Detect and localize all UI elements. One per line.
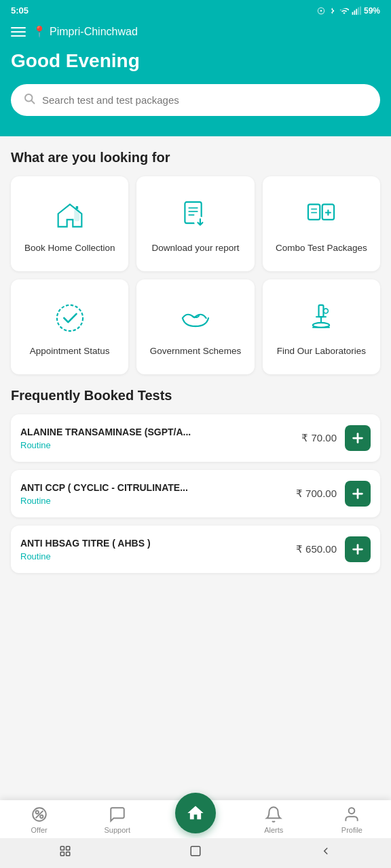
test-right-1: ₹ 700.00 xyxy=(296,481,371,507)
svg-rect-20 xyxy=(319,305,324,317)
sys-nav-home[interactable] xyxy=(182,841,209,861)
search-input[interactable] xyxy=(42,94,368,106)
action-label-download: Download your report xyxy=(151,242,239,254)
nav-item-offer[interactable]: Offer xyxy=(0,806,78,834)
action-combo-test[interactable]: Combo Test Packages xyxy=(263,176,380,271)
test-price-0: ₹ 70.00 xyxy=(301,432,337,444)
nav-item-alerts[interactable]: Alerts xyxy=(235,806,313,834)
action-label-combo: Combo Test Packages xyxy=(276,242,367,254)
time: 5:05 xyxy=(11,5,29,16)
test-info-2: ANTI HBSAG TITRE ( AHBS ) Routine xyxy=(20,538,296,561)
hamburger-menu[interactable] xyxy=(11,27,26,37)
freq-tests-title: Frequently Booked Tests xyxy=(11,388,380,403)
test-right-2: ₹ 650.00 xyxy=(296,536,371,562)
test-price-2: ₹ 650.00 xyxy=(296,543,337,555)
svg-point-29 xyxy=(35,811,38,814)
home-icon-circle xyxy=(175,793,216,833)
header-top: 📍 Pimpri-Chinchwad xyxy=(11,25,380,38)
sys-nav-recents[interactable] xyxy=(52,841,79,861)
test-price-1: ₹ 700.00 xyxy=(296,488,337,500)
test-right-0: ₹ 70.00 xyxy=(301,425,371,451)
test-card-2: ANTI HBSAG TITRE ( AHBS ) Routine ₹ 650.… xyxy=(11,526,380,573)
svg-rect-4 xyxy=(358,7,359,14)
nav-label-profile: Profile xyxy=(341,826,362,834)
search-icon xyxy=(23,92,35,108)
svg-line-7 xyxy=(31,100,34,103)
action-download-report[interactable]: Download your report xyxy=(136,176,254,271)
nav-label-alerts: Alerts xyxy=(264,826,283,834)
appointment-icon xyxy=(51,299,89,337)
nav-label-support: Support xyxy=(105,826,131,834)
svg-point-0 xyxy=(320,9,322,11)
add-test-button-0[interactable] xyxy=(345,425,371,451)
combo-test-icon xyxy=(302,196,340,234)
test-card-1: ANTI CCP ( CYCLIC - CITRULINATE... Routi… xyxy=(11,470,380,517)
test-info-0: ALANINE TRANSAMINASE (SGPT/A... Routine xyxy=(20,427,301,450)
svg-rect-5 xyxy=(360,6,361,14)
svg-rect-36 xyxy=(67,846,70,850)
svg-rect-34 xyxy=(60,846,64,850)
status-icons: 59% xyxy=(316,6,380,16)
svg-rect-3 xyxy=(356,9,357,15)
sys-nav-back[interactable] xyxy=(312,841,339,861)
svg-rect-8 xyxy=(75,210,79,221)
status-bar: 5:05 59% xyxy=(0,0,391,18)
svg-point-30 xyxy=(40,815,43,818)
action-label-govt: Government Schemes xyxy=(150,345,241,357)
test-card-0: ALANINE TRANSAMINASE (SGPT/A... Routine … xyxy=(11,414,380,462)
test-name-1: ANTI CCP ( CYCLIC - CITRULINATE... xyxy=(20,482,296,493)
svg-rect-35 xyxy=(60,852,64,856)
svg-rect-1 xyxy=(352,12,354,14)
svg-line-32 xyxy=(35,811,43,818)
add-test-button-2[interactable] xyxy=(345,536,371,562)
test-type-0: Routine xyxy=(20,440,301,450)
search-bar[interactable] xyxy=(11,84,380,116)
svg-point-19 xyxy=(57,305,83,331)
frequent-tests-section: Frequently Booked Tests ALANINE TRANSAMI… xyxy=(11,388,380,573)
location-icon: 📍 xyxy=(33,25,46,38)
action-book-home[interactable]: Book Home Collection xyxy=(11,176,128,271)
header: 📍 Pimpri-Chinchwad Good Evening xyxy=(0,18,391,136)
home-test-icon xyxy=(51,196,89,234)
test-type-1: Routine xyxy=(20,496,296,506)
main-content: What are you looking for Book Home Colle… xyxy=(0,136,391,649)
test-name-0: ALANINE TRANSAMINASE (SGPT/A... xyxy=(20,427,301,437)
add-test-button-1[interactable] xyxy=(345,481,371,507)
action-appointment[interactable]: Appointment Status xyxy=(11,279,128,374)
location-selector[interactable]: 📍 Pimpri-Chinchwad xyxy=(33,25,138,38)
action-govt-schemes[interactable]: Government Schemes xyxy=(136,279,254,374)
svg-rect-2 xyxy=(354,10,355,14)
svg-point-21 xyxy=(313,323,329,328)
download-report-icon xyxy=(176,196,215,234)
nav-item-profile[interactable]: Profile xyxy=(313,806,391,834)
greeting: Good Evening xyxy=(11,50,380,72)
svg-rect-15 xyxy=(308,205,320,220)
action-find-lab[interactable]: Find Our Laboratories xyxy=(263,279,380,374)
test-name-2: ANTI HBSAG TITRE ( AHBS ) xyxy=(20,538,296,549)
handshake-icon xyxy=(176,299,215,337)
quick-actions-section: What are you looking for Book Home Colle… xyxy=(11,150,380,374)
microscope-icon xyxy=(302,299,340,337)
nav-item-support[interactable]: Support xyxy=(78,806,156,834)
test-type-2: Routine xyxy=(20,551,296,561)
actions-grid: Book Home Collection Download your repo xyxy=(11,176,380,374)
test-info-1: ANTI CCP ( CYCLIC - CITRULINATE... Routi… xyxy=(20,482,296,506)
svg-point-33 xyxy=(349,808,355,814)
battery-level: 59% xyxy=(364,6,380,16)
nav-label-offer: Offer xyxy=(31,826,47,834)
quick-actions-title: What are you looking for xyxy=(11,150,380,165)
action-label-book-home: Book Home Collection xyxy=(24,242,115,254)
svg-rect-38 xyxy=(191,846,200,856)
location-text: Pimpri-Chinchwad xyxy=(50,26,138,38)
action-label-lab: Find Our Laboratories xyxy=(277,345,366,357)
svg-rect-9 xyxy=(75,206,77,209)
action-label-appointment: Appointment Status xyxy=(30,345,110,357)
system-nav-bar xyxy=(0,838,391,868)
svg-rect-37 xyxy=(67,852,70,856)
nav-item-home[interactable] xyxy=(156,806,234,833)
